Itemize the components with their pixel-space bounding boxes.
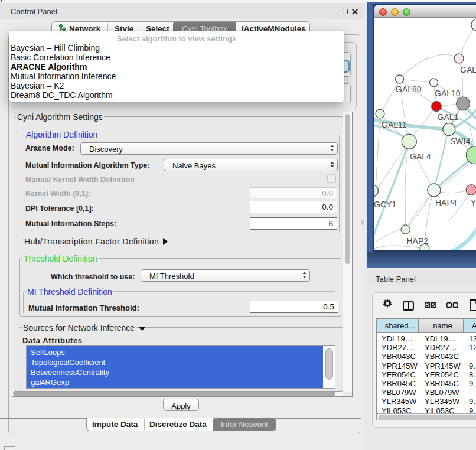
svg-text:GAL11: GAL11 xyxy=(382,120,407,129)
svg-text:GCY1: GCY1 xyxy=(374,200,396,209)
svg-text:GAL1: GAL1 xyxy=(438,112,459,122)
svg-text:HAP2: HAP2 xyxy=(407,236,429,246)
svg-text:GAL80: GAL80 xyxy=(396,84,422,94)
svg-text:GAL7: GAL7 xyxy=(460,65,476,74)
svg-text:Y: Y xyxy=(471,198,476,207)
svg-text:HAP4: HAP4 xyxy=(435,198,457,207)
svg-text:GAL4: GAL4 xyxy=(410,152,431,161)
svg-text:SWI4: SWI4 xyxy=(450,136,470,146)
svg-text:GAL10: GAL10 xyxy=(435,89,461,98)
